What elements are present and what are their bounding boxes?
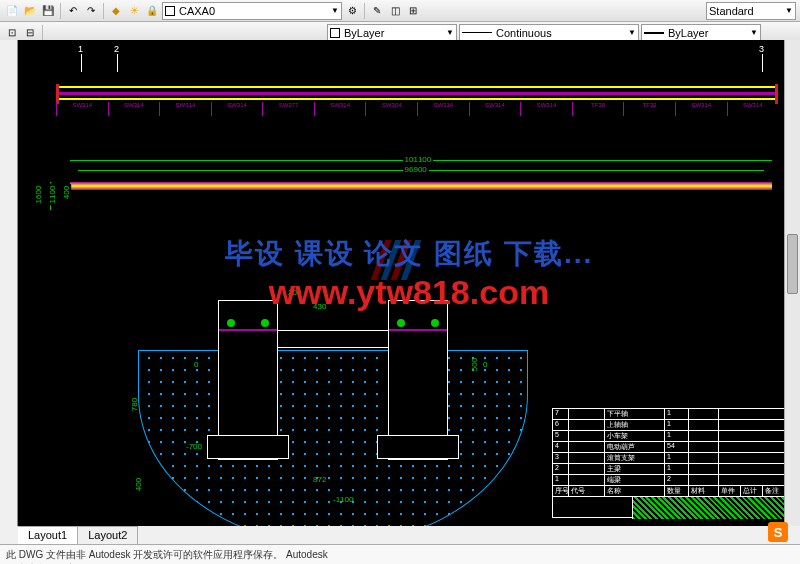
title-block-row: 1端梁2 — [553, 475, 791, 486]
new-icon[interactable]: 📄 — [4, 3, 20, 19]
beam-tag: SW304 — [365, 102, 417, 116]
beam-tag: SW314 — [520, 102, 572, 116]
callout-3: 3 — [759, 44, 764, 54]
open-icon[interactable]: 📂 — [22, 3, 38, 19]
beam-end — [775, 84, 778, 104]
top-beam-assembly: SW314SW314SW314SW314SW277SW314SW304SW314… — [56, 68, 778, 116]
beam-tag: SW314 — [417, 102, 469, 116]
watermark-line2: www.ytw818.com — [18, 273, 800, 312]
title-block-row: 4电动葫芦54 — [553, 442, 791, 453]
vertical-ruler — [0, 40, 18, 526]
dim-value: 872 — [313, 475, 326, 484]
dim-value: 0 — [194, 360, 198, 369]
linetype-value: Continuous — [496, 27, 552, 39]
dim-value: 500 — [470, 358, 479, 371]
beam-tag: SW314 — [56, 102, 108, 116]
title-block-footer — [553, 497, 791, 519]
watermark-text: 毕设 课设 论文 图纸 下载... www.ytw818.com — [18, 235, 800, 312]
lock-icon[interactable]: 🔒 — [144, 3, 160, 19]
ime-indicator[interactable]: S — [768, 522, 788, 542]
beam-tag: SW277 — [262, 102, 314, 116]
tab-layout1[interactable]: Layout1 — [18, 527, 78, 544]
command-line[interactable]: 此 DWG 文件由非 Autodesk 开发或许可的软件应用程序保存。 Auto… — [0, 544, 800, 564]
dim-value: 1100 — [48, 184, 57, 206]
separator — [103, 3, 104, 19]
lineweight-dropdown[interactable]: ByLayer ▼ — [641, 24, 761, 42]
chevron-down-icon: ▼ — [750, 28, 758, 37]
dim-value: 1600 — [34, 184, 43, 206]
layer-icon[interactable]: ◆ — [108, 3, 124, 19]
style-name: Standard — [709, 5, 754, 17]
tool-icon[interactable]: ✎ — [369, 3, 385, 19]
callout-1: 1 — [78, 44, 83, 54]
pillar-base — [377, 435, 459, 459]
separator — [42, 25, 43, 41]
tool-icon[interactable]: ◫ — [387, 3, 403, 19]
beam-tags: SW314SW314SW314SW314SW277SW314SW304SW314… — [56, 102, 778, 116]
callout-2: 2 — [114, 44, 119, 54]
tab-layout2[interactable]: Layout2 — [78, 527, 138, 544]
bottom-assembly: 200 430 500 872 -700 -1100 780 400 0 0 — [138, 300, 528, 500]
save-icon[interactable]: 💾 — [40, 3, 56, 19]
linetype-dropdown[interactable]: Continuous ▼ — [459, 24, 639, 42]
beam-tag: SW314 — [727, 102, 779, 116]
beam-body — [70, 182, 772, 190]
dim-value: 400 — [62, 184, 71, 201]
layer-name: CAXA0 — [179, 5, 215, 17]
dim-value: -1100 — [333, 495, 353, 504]
watermark-line1: 毕设 课设 论文 图纸 下载... — [18, 235, 800, 273]
beam-tag: TF32 — [623, 102, 675, 116]
beam-tag: TF30 — [572, 102, 624, 116]
style-dropdown[interactable]: Standard ▼ — [706, 2, 796, 20]
layout-tabs: Layout1 Layout2 — [18, 526, 138, 544]
beam-tag: SW314 — [675, 102, 727, 116]
chevron-down-icon: ▼ — [628, 28, 636, 37]
hatch-area — [633, 497, 791, 519]
dim-value: 96900 — [403, 165, 429, 174]
beam-tag: SW314 — [211, 102, 263, 116]
beam-plan-view: 101100 96900 1600 1100 400 — [56, 160, 778, 220]
tool-icon[interactable]: ⊞ — [405, 3, 421, 19]
beam-tag: SW314 — [159, 102, 211, 116]
beam-body — [56, 86, 778, 100]
title-block-row: 6上轴轴1 — [553, 420, 791, 431]
pillar-left — [218, 300, 278, 460]
icon[interactable]: ⊟ — [22, 25, 38, 41]
dim-value: 101100 — [403, 155, 434, 164]
title-block-row: 7下平轴1 — [553, 409, 791, 420]
chevron-down-icon: ▼ — [785, 6, 793, 15]
lineweight-value: ByLayer — [668, 27, 708, 39]
dim-value: 0 — [483, 360, 487, 369]
dim-value: -700 — [186, 442, 202, 451]
title-block-row: 2主梁1 — [553, 464, 791, 475]
separator — [364, 3, 365, 19]
chevron-down-icon: ▼ — [331, 6, 339, 15]
sun-icon[interactable]: ☀ — [126, 3, 142, 19]
layer-dropdown[interactable]: CAXA0 ▼ — [162, 2, 342, 20]
beam-tag: SW314 — [108, 102, 160, 116]
pillar-right — [388, 300, 448, 460]
title-block-row: 5小车架1 — [553, 431, 791, 442]
undo-icon[interactable]: ↶ — [65, 3, 81, 19]
beam-end — [56, 84, 59, 104]
redo-icon[interactable]: ↷ — [83, 3, 99, 19]
title-block: 7下平轴16上轴轴15小车架14电动葫芦543滚筒支架12主梁11端梁2 序号 … — [552, 408, 792, 518]
props-icon[interactable]: ⚙ — [344, 3, 360, 19]
color-dropdown[interactable]: ByLayer ▼ — [327, 24, 457, 42]
icon[interactable]: ⊡ — [4, 25, 20, 41]
title-block-row: 3滚筒支架1 — [553, 453, 791, 464]
color-value: ByLayer — [344, 27, 384, 39]
title-block-header: 序号 代号 名称 数量 材料 单件 总计 备注 — [553, 486, 791, 497]
pillar-base — [207, 435, 289, 459]
beam-tag: SW314 — [469, 102, 521, 116]
beam-tag: SW314 — [314, 102, 366, 116]
separator — [60, 3, 61, 19]
chevron-down-icon: ▼ — [446, 28, 454, 37]
dim-value: 780 — [130, 398, 139, 411]
toolbar-row-1: 📄 📂 💾 ↶ ↷ ◆ ☀ 🔒 CAXA0 ▼ ⚙ ✎ ◫ ⊞ Standard… — [0, 0, 800, 22]
dim-value: 400 — [134, 478, 143, 491]
drawing-canvas[interactable]: 1 2 3 SW314SW314SW314SW314SW277SW314SW30… — [18, 40, 800, 526]
